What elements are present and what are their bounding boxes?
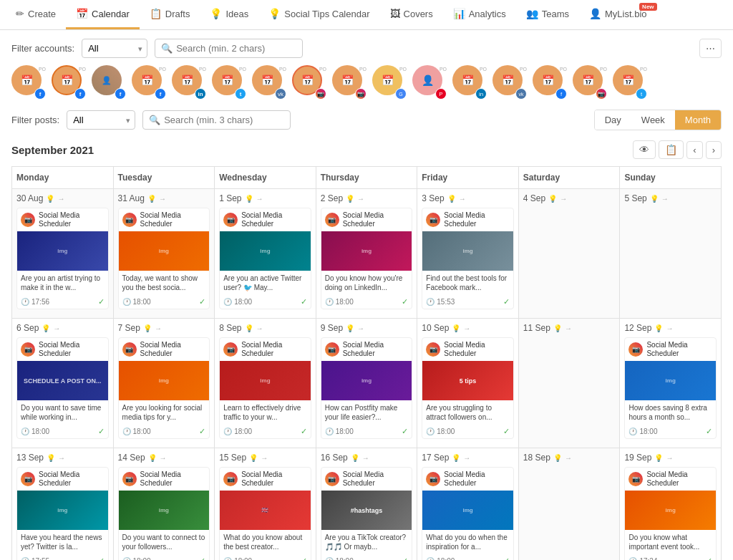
post-card-13sep[interactable]: 📷 Social Media Scheduler img Have you he… xyxy=(16,467,109,560)
post-card-16sep[interactable]: 📷 Social Media Scheduler #hashtags Are y… xyxy=(321,467,413,560)
cell-11sep-arrow[interactable]: → xyxy=(565,324,572,332)
avatar-1[interactable]: 📅 f PO xyxy=(11,65,47,101)
avatar-12[interactable]: 📅 in PO xyxy=(452,65,488,101)
avatar-9[interactable]: 📅 📷 PO xyxy=(332,65,368,101)
calendar-eye-button[interactable]: 👁 xyxy=(633,140,656,159)
cell-9sep-arrow[interactable]: → xyxy=(357,324,364,332)
cell-8sep-arrow[interactable]: → xyxy=(256,324,263,332)
cell-19sep-idea-icon[interactable]: 💡 xyxy=(654,454,663,462)
cell-12sep-idea-icon[interactable]: 💡 xyxy=(654,324,663,332)
search-posts-input[interactable] xyxy=(164,115,284,125)
post-card-6sep[interactable]: 📷 Social Media Scheduler SCHEDULE A POST… xyxy=(16,337,109,439)
avatar-6[interactable]: 📅 t PO xyxy=(212,65,248,101)
post-card-10sep[interactable]: 📷 Social Media Scheduler 5 tips Are you … xyxy=(422,337,514,439)
avatar-7[interactable]: 📅 vk PO xyxy=(252,65,288,101)
post-card-30aug[interactable]: 📷 Social Media Scheduler img Are you an … xyxy=(16,208,109,309)
avatar-3[interactable]: 👤 f xyxy=(92,65,127,101)
cell-12sep-arrow[interactable]: → xyxy=(666,324,673,332)
cell-7sep-arrow[interactable]: → xyxy=(155,324,162,332)
cell-10sep-idea-icon[interactable]: 💡 xyxy=(452,324,460,332)
cell-5sep-idea-icon[interactable]: 💡 xyxy=(650,195,659,203)
post-card-2sep[interactable]: 📷 Social Media Scheduler img Do you know… xyxy=(321,208,413,309)
cell-7sep-idea-icon[interactable]: 💡 xyxy=(143,324,152,332)
calendar-next-button[interactable]: › xyxy=(706,141,722,159)
cell-18sep-arrow[interactable]: → xyxy=(565,454,572,462)
cell-16sep-arrow[interactable]: → xyxy=(362,454,369,462)
avatar-15[interactable]: 📅 📷 PO xyxy=(573,65,608,101)
cell-19sep-arrow[interactable]: → xyxy=(666,454,673,462)
cell-9sep-idea-icon[interactable]: 💡 xyxy=(346,324,354,332)
post-card-7sep[interactable]: 📷 Social Media Scheduler img Are you loo… xyxy=(118,337,210,439)
cell-10sep-arrow[interactable]: → xyxy=(463,324,470,332)
calendar-grid-button[interactable]: 📋 xyxy=(659,140,684,159)
nav-tab-social-tips[interactable]: 💡 Social Tips Calendar xyxy=(258,0,379,29)
calendar-prev-button[interactable]: ‹ xyxy=(686,141,702,159)
post-card-1sep[interactable]: 📷 Social Media Scheduler img Are you an … xyxy=(219,208,311,309)
nav-tab-calendar[interactable]: 📅 Calendar xyxy=(66,0,140,29)
cell-31aug-idea-icon[interactable]: 💡 xyxy=(147,195,156,203)
nav-tab-drafts[interactable]: 📋 Drafts xyxy=(140,0,200,29)
cell-17sep-arrow[interactable]: → xyxy=(463,454,470,462)
nav-tab-teams[interactable]: 👥 Teams xyxy=(516,0,579,29)
cell-6sep-idea-icon[interactable]: 💡 xyxy=(42,324,50,332)
cell-1sep: 1 Sep 💡 → 📷 Social Media Scheduler img A… xyxy=(215,189,316,319)
filter-posts-select[interactable]: All Published Scheduled Draft xyxy=(67,110,135,130)
filter-accounts-select[interactable]: All Facebook Instagram Twitter LinkedIn xyxy=(82,39,147,58)
avatar-8[interactable]: 📅 📷 PO xyxy=(292,65,328,101)
cell-4sep-idea-icon[interactable]: 💡 xyxy=(548,195,557,203)
nav-tab-analytics[interactable]: 📊 Analytics xyxy=(443,0,516,29)
nav-tab-create[interactable]: ✏ Create xyxy=(6,0,66,29)
post-card-19sep[interactable]: 📷 Social Media Scheduler img Do you know… xyxy=(624,467,717,560)
post-card-9sep[interactable]: 📷 Social Media Scheduler img How can Pos… xyxy=(321,337,413,439)
avatar-14[interactable]: 📅 f PO xyxy=(533,65,568,101)
post-card-14sep[interactable]: 📷 Social Media Scheduler img Do you want… xyxy=(118,467,210,560)
avatar-4[interactable]: 📅 f PO xyxy=(132,65,168,101)
cell-4sep-arrow[interactable]: → xyxy=(560,195,567,203)
search-accounts-input[interactable] xyxy=(176,43,296,54)
avatar-13[interactable]: 📅 vk PO xyxy=(492,65,528,101)
cell-5sep-arrow[interactable]: → xyxy=(661,195,669,203)
cell-1sep-arrow[interactable]: → xyxy=(256,195,263,203)
nav-tab-covers[interactable]: 🖼 Covers xyxy=(380,0,443,29)
cell-14sep-idea-icon[interactable]: 💡 xyxy=(148,454,157,462)
post-card-15sep[interactable]: 📷 Social Media Scheduler 🇬🇧 What do you … xyxy=(219,467,311,560)
cell-18sep-idea-icon[interactable]: 💡 xyxy=(553,454,562,462)
cell-3sep-idea-icon[interactable]: 💡 xyxy=(447,195,456,203)
more-options-button[interactable]: ⋯ xyxy=(699,39,722,58)
avatar-2[interactable]: 📅 f PO xyxy=(52,65,87,101)
post-card-12sep[interactable]: 📷 Social Media Scheduler img How does sa… xyxy=(624,337,717,439)
post-card-31aug[interactable]: 📷 Social Media Scheduler img Today, we w… xyxy=(118,208,210,309)
avatar-10[interactable]: 📅 G PO xyxy=(372,65,408,101)
cell-13sep-idea-icon[interactable]: 💡 xyxy=(47,454,55,462)
cell-13sep-arrow[interactable]: → xyxy=(58,454,65,462)
cell-15sep-arrow[interactable]: → xyxy=(261,454,268,462)
cell-8sep-idea-icon[interactable]: 💡 xyxy=(245,324,253,332)
view-day-button[interactable]: Day xyxy=(595,110,631,130)
cell-15sep-idea-icon[interactable]: 💡 xyxy=(249,454,258,462)
cell-30aug-arrow[interactable]: → xyxy=(57,195,64,203)
search-posts-box[interactable]: 🔍 xyxy=(142,110,291,130)
view-week-button[interactable]: Week xyxy=(631,110,675,130)
cell-14sep-arrow[interactable]: → xyxy=(160,454,167,462)
avatar-5[interactable]: 📅 in PO xyxy=(172,65,208,101)
search-accounts-box[interactable]: 🔍 xyxy=(155,39,303,58)
nav-tab-mylist[interactable]: New 👤 MyList.bio xyxy=(579,0,657,29)
view-month-button[interactable]: Month xyxy=(675,110,721,130)
cell-30aug-idea-icon[interactable]: 💡 xyxy=(46,195,54,203)
nav-tab-ideas[interactable]: 💡 Ideas xyxy=(200,0,258,29)
cell-2sep-arrow[interactable]: → xyxy=(357,195,364,203)
nav-tab-drafts-label: Drafts xyxy=(165,9,190,19)
cell-11sep-idea-icon[interactable]: 💡 xyxy=(553,324,562,332)
avatar-16[interactable]: 📅 t PO xyxy=(613,65,649,101)
cell-2sep-idea-icon[interactable]: 💡 xyxy=(346,195,354,203)
cell-31aug-arrow[interactable]: → xyxy=(159,195,166,203)
cell-16sep-idea-icon[interactable]: 💡 xyxy=(351,454,359,462)
post-card-3sep[interactable]: 📷 Social Media Scheduler img Find out th… xyxy=(422,208,514,309)
post-card-8sep[interactable]: 📷 Social Media Scheduler img Learn to ef… xyxy=(219,337,311,439)
post-card-17sep[interactable]: 📷 Social Media Scheduler img What do you… xyxy=(422,467,514,560)
avatar-11[interactable]: 👤 P PO xyxy=(412,65,448,101)
cell-17sep-idea-icon[interactable]: 💡 xyxy=(452,454,460,462)
cell-6sep-arrow[interactable]: → xyxy=(53,324,60,332)
cell-3sep-arrow[interactable]: → xyxy=(459,195,466,203)
cell-1sep-idea-icon[interactable]: 💡 xyxy=(245,195,253,203)
